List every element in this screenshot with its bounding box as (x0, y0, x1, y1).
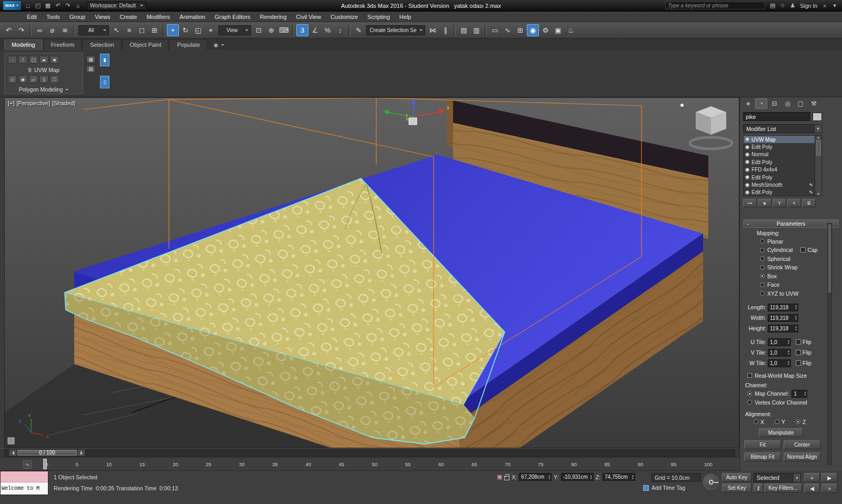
mini-curve-editor-button[interactable]: ∿ (23, 460, 32, 469)
panel-toggle-icon[interactable]: ▮ (100, 54, 109, 66)
modify-tab-icon[interactable]: ◔ (755, 98, 767, 109)
key-filters-icon-button[interactable]: ⚷ (754, 483, 763, 492)
vertex-subobject-icon[interactable]: ∙ (8, 56, 17, 64)
map-channel-field[interactable]: 1 (791, 390, 807, 398)
previous-frame-button[interactable]: ◀ (804, 483, 820, 493)
panel-scrollbar[interactable] (827, 223, 832, 465)
menu-item[interactable]: Create (115, 12, 142, 22)
infocenter-menu-icon[interactable]: ▾ (830, 2, 839, 10)
pin-stack-button[interactable]: ⊶ (743, 199, 757, 207)
layer-explorer-icon[interactable]: ▥ (470, 24, 483, 36)
menu-item[interactable]: Scripting (363, 12, 395, 22)
spinner-icon[interactable] (787, 339, 790, 345)
select-and-place-icon[interactable]: ⌖ (205, 24, 217, 36)
spinner-icon[interactable] (787, 360, 790, 366)
modifier-ffd-4x4x4[interactable]: FFD 4x4x4 (744, 166, 815, 174)
keyboard-shortcut-override-icon[interactable]: ⌨ (278, 24, 290, 36)
utilities-tab-icon[interactable]: ⚒ (808, 98, 820, 109)
real-world-map-size[interactable]: Real-World Map Size (740, 372, 842, 379)
align-x[interactable]: X (754, 419, 764, 425)
modify-mode-icon[interactable]: ▱ (29, 75, 38, 83)
menu-item[interactable]: Tools (42, 12, 65, 22)
panel-toggle-icon[interactable]: ▯ (100, 76, 109, 88)
modifier-edit-poly[interactable]: Edit Poly ✎ (744, 189, 815, 196)
auto-key-button[interactable]: Auto Key (722, 473, 751, 482)
mapping-planar[interactable]: Planar (740, 238, 842, 245)
map-channel-option[interactable]: Map Channel: 1 (740, 390, 842, 398)
curve-editor-icon[interactable]: ∿ (502, 24, 514, 36)
object-color-swatch[interactable] (813, 113, 822, 121)
mini-icon[interactable]: ▧ (86, 65, 95, 73)
time-slider-track[interactable] (4, 449, 735, 457)
window-crossing-icon[interactable]: ⊞ (148, 24, 161, 36)
menu-item[interactable]: Views (90, 12, 115, 22)
ribbon-toggle-icon[interactable]: ▭ (489, 24, 501, 36)
bind-to-space-warp-icon[interactable]: ≋ (59, 24, 71, 36)
set-keys-button[interactable] (703, 474, 719, 490)
border-subobject-icon[interactable]: ▢ (29, 56, 38, 64)
mapping-cylindrical[interactable]: Cylindrical Cap (740, 247, 842, 254)
menu-item[interactable]: Rendering (255, 12, 292, 22)
modifier-edit-poly[interactable]: Edit Poly (744, 174, 815, 181)
show-end-result-button[interactable]: ∎ (758, 199, 771, 207)
select-object-icon[interactable]: ↖ (111, 24, 123, 36)
scroll-down-icon[interactable]: ▼ (817, 193, 820, 196)
isolate-selection-icon[interactable]: ▣ (497, 473, 502, 480)
add-time-tag[interactable]: Add Time Tag (643, 485, 685, 491)
create-tab-icon[interactable]: ∗ (742, 98, 754, 109)
spinner-icon[interactable] (632, 475, 634, 480)
separator[interactable] (163, 24, 165, 36)
next-frame-arrow[interactable] (78, 450, 85, 456)
modifier-edit-poly[interactable]: Edit Poly (744, 158, 815, 166)
select-by-name-icon[interactable]: ≡ (123, 24, 135, 36)
reference-coordinate-dropdown[interactable]: View (218, 25, 251, 35)
application-menu-button[interactable]: MAX (3, 1, 21, 10)
use-pivot-point-center-icon[interactable]: ⊡ (253, 24, 265, 36)
visibility-bulb-icon[interactable] (745, 190, 749, 195)
selection-filter-dropdown[interactable]: All (78, 25, 109, 35)
select-and-link-icon[interactable]: ∞ (34, 24, 46, 36)
spinner-icon[interactable] (590, 475, 593, 480)
separator[interactable] (485, 24, 487, 36)
scrollbar-thumb[interactable] (828, 224, 831, 293)
separator[interactable] (454, 24, 456, 36)
open-file-icon[interactable]: ◰ (34, 2, 42, 10)
ribbon-options[interactable]: ◉ (214, 42, 224, 50)
flip-checkbox[interactable]: Flip (796, 349, 811, 356)
tab-freeform[interactable]: Freeform (44, 39, 82, 50)
value-field[interactable]: 119,318 (768, 325, 798, 332)
value-field[interactable]: 119,318 (768, 304, 798, 311)
track-bar-ruler[interactable]: 0510152025303540455055606570758085909510… (45, 458, 713, 470)
modifier-uvw-map[interactable]: UVW Map (744, 136, 815, 143)
value-field[interactable]: 1,0 (768, 338, 791, 346)
visibility-bulb-icon[interactable] (745, 183, 749, 187)
time-slider-handle[interactable]: 0 / 100 (17, 450, 77, 456)
mapping-xyz-to-uvw[interactable]: XYZ to UVW (740, 290, 842, 297)
set-key-button[interactable]: Set Key (722, 483, 751, 492)
edit-named-selection-sets-icon[interactable]: ✎ (353, 24, 365, 36)
redo-icon[interactable]: ↷ (64, 2, 72, 10)
menu-item[interactable]: Modifiers (142, 12, 175, 22)
separator[interactable] (73, 24, 75, 36)
manipulate-button[interactable]: Manipulate (759, 428, 803, 437)
sign-in-button[interactable]: Sign In (800, 3, 817, 9)
visibility-bulb-icon[interactable] (745, 137, 749, 142)
project-folder-icon[interactable]: ⌂ (74, 2, 82, 10)
menu-item[interactable]: Customize (326, 12, 363, 22)
knowledge-base-icon[interactable]: ▤ (768, 2, 777, 10)
menu-item[interactable]: Help (395, 12, 416, 22)
modify-mode-icon[interactable]: ◇ (8, 75, 17, 83)
selection-lock-icon[interactable] (504, 476, 509, 480)
menu-item[interactable]: Civil View (292, 12, 326, 22)
select-and-move-icon[interactable]: + (167, 24, 179, 36)
separator[interactable] (292, 24, 294, 36)
menu-item[interactable]: Graph Editors (210, 12, 255, 22)
go-to-start-button[interactable]: « (804, 473, 820, 482)
viewport-nav-button[interactable] (8, 438, 14, 444)
modifier-normal[interactable]: Normal (744, 151, 815, 158)
spinner-icon[interactable] (795, 315, 797, 320)
mirror-icon[interactable]: ⋈ (427, 24, 439, 36)
infocenter-close-icon[interactable]: × (820, 2, 829, 10)
save-file-icon[interactable]: ▦ (44, 2, 52, 10)
menu-item[interactable]: Edit (22, 12, 42, 22)
